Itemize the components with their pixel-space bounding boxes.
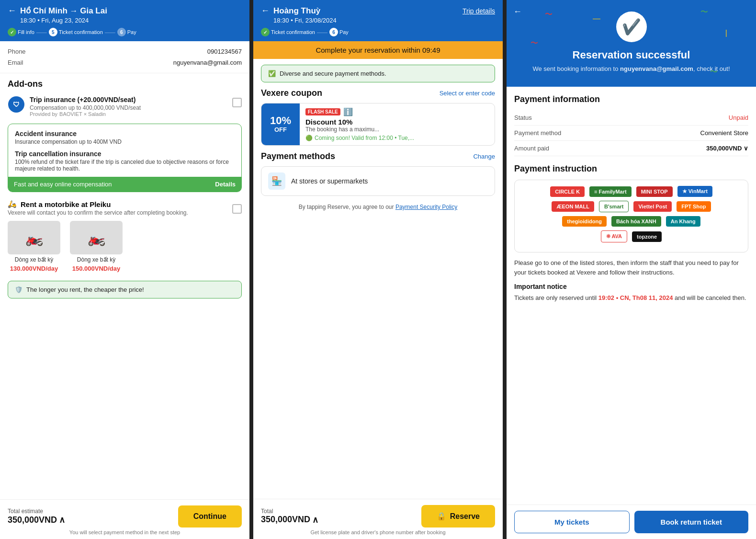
success-banner: ← 〜 — 〜 | 〜 〜 ✔️ Reservation successful … xyxy=(507,0,756,87)
coupon-valid: 🟢 Coming soon! Valid from 12:00 • Tue,..… xyxy=(305,135,489,141)
success-title: Reservation successful xyxy=(516,49,746,61)
continue-button[interactable]: Continue xyxy=(178,505,242,528)
bike-label-2: Dòng xe bất kỳ xyxy=(77,256,115,263)
p2-total-amount: 350,000VND ∧ xyxy=(261,515,318,525)
step-label-pay-p2: Pay xyxy=(339,29,349,35)
steps-p1: ✓ Fill info —— 5 Ticket confirmation —— … xyxy=(8,28,242,36)
p2-total-label: Total xyxy=(261,508,318,515)
status-row: Status Unpaid xyxy=(514,110,748,126)
back-icon-p3[interactable]: ← xyxy=(513,7,522,17)
valid-text: Coming soon! Valid from 12:00 • Tue,... xyxy=(315,135,414,141)
checkmark-circle: ✔️ xyxy=(616,11,647,42)
panel3-footer: My tickets Book return ticket xyxy=(507,505,756,539)
details-link[interactable]: Details xyxy=(215,181,236,188)
p2-total-value: 350,000VND xyxy=(261,515,310,525)
addons-title: Add-ons xyxy=(0,73,249,92)
insurance-text: Trip insurance (+20.000VND/seat) Compens… xyxy=(30,96,227,117)
eon-mall-logo: ÆEON MALL xyxy=(552,201,594,212)
payment-security-link[interactable]: Payment Security Policy xyxy=(395,204,457,210)
pm-change-link[interactable]: Change xyxy=(473,153,495,160)
pm-option-text: At stores or supermarkets xyxy=(291,177,368,185)
insurance-brand: Provided by BAOVIET × Saladin xyxy=(30,111,227,117)
chevron-up-icon[interactable]: ∧ xyxy=(59,515,65,525)
cancel-title: Trip cancellation insurance xyxy=(15,150,235,158)
b-smart-logo: B'smart xyxy=(599,201,629,212)
important-title: Important notice xyxy=(514,283,748,290)
agree-pre: By tapping Reserve, you agree to our xyxy=(299,204,394,210)
insurance-icon: 🛡 xyxy=(8,96,25,113)
confetti-5: 〜 xyxy=(530,38,538,48)
trip-details-link[interactable]: Trip details xyxy=(463,7,495,15)
total-label: Total estimate xyxy=(8,508,65,515)
p1-footer-top: Total estimate 350,000VND ∧ Continue xyxy=(8,505,242,528)
thegioidong-logo: thegioididong xyxy=(562,216,607,227)
motorbike-header: 🛵 Rent a motorbike at Pleiku Vexere will… xyxy=(8,200,242,216)
notice-post: and will be canceled then. xyxy=(673,294,746,301)
trip-insurance-addon: 🛡 Trip insurance (+20.000VND/seat) Compe… xyxy=(0,92,249,121)
pm-header: Payment methods Change xyxy=(261,151,495,161)
instruction-section: Payment instruction CIRCLE K ≡ FamilyMar… xyxy=(514,164,748,303)
banner-text: Fast and easy online compensation xyxy=(14,181,112,188)
book-return-button[interactable]: Book return ticket xyxy=(634,511,749,533)
instruction-title: Payment instruction xyxy=(514,164,748,174)
insurance-bottom-banner[interactable]: Fast and easy online compensation Detail… xyxy=(8,177,241,192)
accident-desc: Insurance compensation up to 400M VND xyxy=(15,138,235,145)
pm-option: 🏪 At stores or supermarkets xyxy=(261,166,495,196)
motorbike-checkbox[interactable] xyxy=(232,204,242,214)
family-mart-logo: ≡ FamilyMart xyxy=(589,186,632,197)
instruction-text: Please go to one of the listed stores, t… xyxy=(514,258,748,277)
confetti-2: — xyxy=(593,14,600,23)
coupon-pct: 10% xyxy=(270,115,291,126)
step-ticket-p2: ✓ Ticket confirmation xyxy=(261,28,315,36)
passenger-name: Hoàng Thuỳ xyxy=(273,6,320,16)
step-circle-6: 6 xyxy=(117,28,126,36)
amount-row: Amount paid 350,000VND ∨ xyxy=(514,141,748,156)
phone-label: Phone xyxy=(8,48,26,55)
steps-p2: ✓ Ticket confirmation —— 6 Pay xyxy=(261,28,495,36)
coupon-off: OFF xyxy=(274,126,287,133)
back-icon-p1[interactable]: ← xyxy=(8,6,16,16)
svg-text:🛡: 🛡 xyxy=(13,101,20,108)
amount-label: Amount paid xyxy=(514,145,549,152)
shield-green-icon: 🛡️ xyxy=(15,286,23,293)
coupon-card[interactable]: 10% OFF FLASH SALE ℹ️ Discount 10% The b… xyxy=(261,103,495,146)
email-value: nguyenvana@gmail.com xyxy=(173,59,242,66)
coupon-title: Vexere coupon xyxy=(261,88,322,98)
bike-item-2: 🏍️ Dòng xe bất kỳ 150.000VND/day xyxy=(70,221,123,272)
step-ticket-confirm: 5 Ticket confirmation xyxy=(49,28,103,36)
mini-stop-logo: MINI STOP xyxy=(636,186,673,197)
pm-title: Payment methods xyxy=(261,151,335,161)
check-green-icon: ✅ xyxy=(268,70,276,77)
phone-value: 0901234567 xyxy=(207,48,242,55)
method-row: Payment method Convenient Store xyxy=(514,126,748,141)
coupon-desc: The booking has a maximu... xyxy=(305,126,489,133)
step-circle-done: ✓ xyxy=(8,28,16,36)
confetti-1: 〜 xyxy=(545,10,553,20)
select-code-link[interactable]: Select or enter code xyxy=(440,90,495,97)
ava-logo: ❊ AVA xyxy=(601,230,627,242)
back-icon-p2[interactable]: ← xyxy=(261,6,270,16)
reserve-button[interactable]: 🔒 Reserve xyxy=(421,505,495,528)
bike-price-1: 130.000VND/day xyxy=(10,265,58,272)
motorbike-sub: Vexere will contact you to confirm the s… xyxy=(8,209,188,216)
flash-badge: FLASH SALE xyxy=(305,108,340,115)
panel1-scrollable: Phone 0901234567 Email nguyenvana@gmail.… xyxy=(0,41,249,539)
step-label-ticket: Ticket confirmation xyxy=(59,29,103,35)
p2-footer-top: Total 350,000VND ∧ 🔒 Reserve xyxy=(261,505,495,528)
step-pay-p2: 6 Pay xyxy=(329,28,349,36)
my-tickets-button[interactable]: My tickets xyxy=(514,511,630,533)
method-value: Convenient Store xyxy=(700,129,748,137)
logo-row-4: ❊ AVA topzone xyxy=(520,230,742,242)
success-email: nguyenvana@gmail.com xyxy=(620,65,693,72)
notice-date: 19:02 • CN, Th08 11, 2024 xyxy=(598,294,673,301)
p2-chevron-up[interactable]: ∧ xyxy=(312,515,318,525)
coupon-discount-title: Discount 10% xyxy=(305,118,489,126)
flash-sale-row: FLASH SALE ℹ️ xyxy=(305,107,489,116)
bike-img-1: 🏍️ xyxy=(8,221,60,254)
trip-insurance-checkbox[interactable] xyxy=(232,98,242,107)
info-section: Phone 0901234567 Email nguyenvana@gmail.… xyxy=(0,41,249,73)
timer-bar: Complete your reservation within 09:49 xyxy=(253,41,503,59)
bach-hoa-xanh-logo: Bách hóa XANH xyxy=(611,216,661,227)
vin-mart-logo: ★ VinMart xyxy=(677,186,712,197)
logo-row-1: CIRCLE K ≡ FamilyMart MINI STOP ★ VinMar… xyxy=(520,186,742,197)
